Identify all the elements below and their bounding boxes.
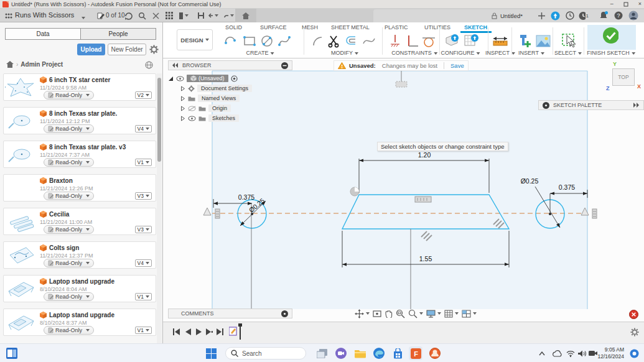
activate-radio-icon[interactable]	[231, 75, 238, 82]
expand-arrow-icon[interactable]	[180, 106, 185, 111]
home-icon[interactable]	[6, 61, 14, 68]
constraint-fix-tool[interactable]	[387, 33, 403, 49]
comments-dot-icon[interactable]	[281, 310, 288, 317]
create-rectangle-tool[interactable]	[241, 33, 258, 49]
file-explorer-icon[interactable]	[353, 346, 367, 360]
save-link[interactable]: Save	[450, 62, 464, 69]
version-dropdown[interactable]: V4	[135, 125, 152, 132]
configure-group-label[interactable]: CONFIGURE	[441, 50, 480, 56]
project-file-card[interactable]: Laptop stand upgrade 8/10/2024 8:37 AM R…	[3, 309, 156, 336]
dim-bottom-width-label[interactable]: 1.55	[419, 255, 432, 262]
midpoint-constraint-icon-left[interactable]	[215, 209, 220, 218]
tray-chevron-icon[interactable]	[535, 346, 549, 360]
browser-item-origin[interactable]: Origin	[180, 103, 292, 113]
constraints-group-label[interactable]: CONSTRAINTS	[391, 50, 437, 56]
browser-item-sketches[interactable]: Sketches	[180, 113, 292, 123]
configure-feature-tool[interactable]	[444, 33, 460, 49]
redo-button[interactable]	[224, 11, 234, 21]
modify-trim-scissors-tool[interactable]	[326, 33, 342, 49]
expand-icon[interactable]	[168, 76, 174, 81]
project-file-card[interactable]: Braxton 11/21/2024 12:26 PM Read-Only V3	[3, 174, 156, 202]
access-dropdown[interactable]: Read-Only	[44, 326, 94, 335]
version-dropdown[interactable]: V3	[135, 226, 152, 233]
new-folder-button[interactable]: New Folder	[108, 44, 146, 55]
project-file-card[interactable]: 8 inch Texas star plate. v3 11/21/2024 7…	[3, 141, 156, 168]
modeling-canvas[interactable]: 1.20 1.55 0.375 Ø0.25 Ø0.25 0.375	[163, 58, 644, 322]
chat-app-icon[interactable]	[334, 346, 348, 360]
access-dropdown[interactable]: Read-Only	[44, 124, 94, 133]
browser-item-document-settings[interactable]: Document Settings	[180, 83, 292, 93]
version-dropdown[interactable]: V1	[135, 293, 152, 300]
edge-browser-icon[interactable]	[372, 346, 386, 360]
ribbon-tab-surface[interactable]: SURFACE	[260, 24, 287, 30]
notifications-bell-icon[interactable]	[599, 11, 609, 21]
finish-sketch-label[interactable]: FINISH SKETCH	[587, 50, 635, 56]
refresh-button[interactable]	[123, 11, 133, 21]
onedrive-cloud-icon[interactable]	[550, 346, 564, 360]
upload-button[interactable]: Upload	[77, 44, 105, 55]
new-tab-button[interactable]	[536, 11, 546, 21]
close-doc-icon[interactable]	[151, 11, 161, 21]
dim-right-offset-label[interactable]: 0.375	[559, 183, 575, 191]
expand-right-icon[interactable]	[633, 103, 640, 108]
task-view-button[interactable]	[315, 346, 329, 360]
ribbon-tab-sketch[interactable]: SKETCH	[464, 24, 487, 30]
project-file-card[interactable]: 6 inch TX star center 11/1/2024 9:58 AM …	[3, 73, 156, 101]
collapse-left-icon[interactable]	[172, 63, 179, 68]
user-avatar[interactable]	[628, 11, 638, 21]
constraint-perpendicular-tool[interactable]	[404, 33, 421, 49]
job-status-button[interactable]	[550, 11, 560, 21]
symmetry-constraint-icon[interactable]	[203, 208, 211, 215]
globe-icon[interactable]	[145, 61, 153, 69]
access-dropdown[interactable]: Read-Only	[44, 259, 94, 267]
midpoint-constraint-icon-right[interactable]	[592, 209, 597, 218]
display-settings-tool[interactable]	[426, 310, 441, 318]
project-file-card[interactable]: 8 inch Texas star plate. 11/1/2024 12:12…	[3, 107, 156, 134]
orbit-tool[interactable]	[355, 309, 370, 318]
open-app-icon[interactable]	[428, 346, 442, 360]
modify-offset-tool[interactable]	[343, 33, 360, 49]
timeline-position-marker[interactable]	[237, 323, 243, 342]
ribbon-tab-solid[interactable]: SOLID	[225, 24, 242, 30]
notification-badge[interactable]	[627, 346, 641, 360]
fusion-taskbar-icon-active[interactable]: F	[409, 346, 422, 360]
insert-image-tool[interactable]	[535, 33, 551, 49]
taskbar-search[interactable]: Search	[225, 347, 306, 360]
job-counter[interactable]: 0 of 10	[106, 12, 125, 19]
ribbon-tab-plastic[interactable]: PLASTIC	[385, 24, 408, 30]
eye-icon[interactable]	[176, 76, 184, 81]
version-dropdown[interactable]: V4	[135, 259, 152, 267]
modify-fillet-tool[interactable]	[311, 33, 327, 49]
insert-group-label[interactable]: INSERT	[518, 50, 544, 56]
zoom-window-tool[interactable]	[396, 309, 405, 318]
version-dropdown[interactable]: V3	[135, 192, 152, 200]
window-close-button[interactable]: ×	[638, 0, 642, 8]
pinned-app-icon[interactable]	[5, 346, 19, 360]
configure-table-tool[interactable]	[463, 33, 479, 49]
extensions-icon[interactable]	[565, 11, 575, 21]
finish-sketch-button[interactable]	[602, 27, 618, 44]
browser-root-row[interactable]: (Unsaved)	[168, 73, 292, 83]
dim-right-dia-label[interactable]: Ø0.25	[521, 177, 539, 185]
breadcrumb[interactable]: Admin Project	[21, 61, 63, 68]
help-icon[interactable]: ?	[614, 11, 623, 21]
search-icon[interactable]	[137, 11, 147, 21]
access-dropdown[interactable]: Read-Only	[44, 91, 94, 100]
ribbon-tab-utilities[interactable]: UTILITIES	[424, 24, 450, 30]
expand-arrow-icon[interactable]	[180, 86, 185, 91]
inspect-measure-tool[interactable]	[492, 33, 508, 49]
access-dropdown[interactable]: Read-Only	[44, 158, 94, 167]
version-dropdown[interactable]: V1	[135, 159, 152, 166]
access-dropdown[interactable]: Read-Only	[44, 292, 94, 301]
create-circle-tool[interactable]	[259, 33, 275, 49]
save-button[interactable]	[196, 11, 206, 21]
viewcube[interactable]: TOP	[612, 68, 635, 86]
timeline-step-back-button[interactable]	[184, 327, 193, 336]
tab-people[interactable]: People	[80, 28, 156, 40]
remove-panel-icon[interactable]	[281, 62, 288, 69]
start-button[interactable]	[204, 346, 218, 360]
pan-tool[interactable]	[385, 309, 393, 318]
zoom-tool[interactable]	[408, 309, 423, 318]
undo-button[interactable]	[208, 11, 218, 21]
constraint-tangent-tool[interactable]	[421, 33, 437, 49]
